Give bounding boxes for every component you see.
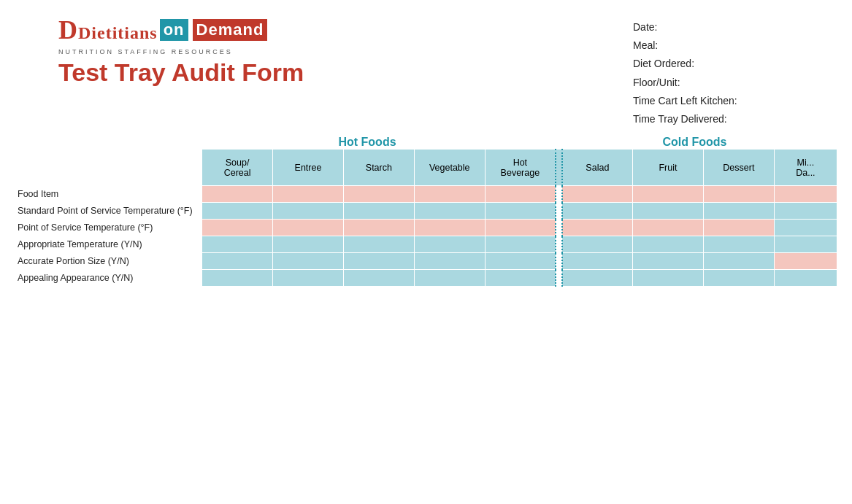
table-row: Appropriate Temperature (Y/N) [15, 236, 837, 253]
cell-fruit-appearance[interactable] [633, 270, 704, 287]
cell-soup-appearance[interactable] [202, 270, 273, 287]
floor-field: Floor/Unit: [633, 74, 837, 92]
logo: DDietitians on Demand [58, 15, 269, 45]
cell-entree-portion[interactable] [273, 253, 344, 270]
cell-hotbev-food[interactable] [485, 186, 556, 203]
header-entree: Entree [273, 150, 344, 186]
cell-dessert-portion[interactable] [703, 253, 774, 270]
cell-fruit-postemp[interactable] [633, 220, 704, 236]
cell-veg-apptemp[interactable] [414, 236, 485, 253]
row-label-standard-temp: Standard Point of Service Temperature (°… [15, 203, 202, 220]
divider-food [556, 186, 562, 203]
table-row: Accurate Portion Size (Y/N) [15, 253, 837, 270]
header-fruit: Fruit [633, 150, 704, 186]
diet-field: Diet Ordered: [633, 55, 837, 73]
cell-fruit-food[interactable] [633, 186, 704, 203]
cell-soup-apptemp[interactable] [202, 236, 273, 253]
divider-appearance [556, 270, 562, 287]
cell-fruit-apptemp[interactable] [633, 236, 704, 253]
cell-veg-appearance[interactable] [414, 270, 485, 287]
divider-apptemp [556, 236, 562, 253]
cell-soup-stdtemp[interactable] [202, 203, 273, 220]
cell-starch-postemp[interactable] [343, 220, 414, 236]
divider-cell [556, 150, 562, 186]
cell-veg-postemp[interactable] [414, 220, 485, 236]
tray-field: Time Tray Delivered: [633, 110, 837, 128]
meal-field: Meal: [633, 36, 837, 55]
cell-hotbev-apptemp[interactable] [485, 236, 556, 253]
cell-starch-portion[interactable] [343, 253, 414, 270]
divider-postemp [556, 220, 562, 236]
cell-soup-postemp[interactable] [202, 220, 273, 236]
cell-hotbev-postemp[interactable] [485, 220, 556, 236]
cell-fruit-stdtemp[interactable] [633, 203, 704, 220]
cell-milk-appearance[interactable] [774, 270, 837, 287]
header-salad: Salad [562, 150, 633, 186]
cell-milk-stdtemp[interactable] [774, 203, 837, 220]
header-area: DDietitians on Demand NUTRITION STAFFING… [15, 15, 837, 128]
cell-dessert-stdtemp[interactable] [703, 203, 774, 220]
cell-dessert-postemp[interactable] [703, 220, 774, 236]
cell-starch-apptemp[interactable] [343, 236, 414, 253]
cell-starch-stdtemp[interactable] [343, 203, 414, 220]
divider-portion [556, 253, 562, 270]
audit-table: Soup/Cereal Entree Starch Vegetable HotB… [15, 149, 837, 287]
header-soup: Soup/Cereal [202, 150, 273, 186]
form-info: Date: Meal: Diet Ordered: Floor/Unit: Ti… [618, 15, 837, 128]
cell-soup-portion[interactable] [202, 253, 273, 270]
logo-title-area: DDietitians on Demand NUTRITION STAFFING… [15, 15, 618, 87]
header-milk-dairy: Mi...Da... [774, 150, 837, 186]
cell-entree-postemp[interactable] [273, 220, 344, 236]
cell-dessert-apptemp[interactable] [703, 236, 774, 253]
cell-milk-food[interactable] [774, 186, 837, 203]
cell-hotbev-stdtemp[interactable] [485, 203, 556, 220]
cell-entree-food[interactable] [273, 186, 344, 203]
cell-salad-portion[interactable] [562, 253, 633, 270]
cell-salad-appearance[interactable] [562, 270, 633, 287]
cell-veg-portion[interactable] [414, 253, 485, 270]
cell-soup-food[interactable] [202, 186, 273, 203]
cell-starch-appearance[interactable] [343, 270, 414, 287]
logo-dietitians: DDietitians [58, 15, 158, 45]
cell-starch-food[interactable] [343, 186, 414, 203]
cell-veg-stdtemp[interactable] [414, 203, 485, 220]
table-row: Point of Service Temperature (°F) [15, 220, 837, 236]
cell-milk-apptemp[interactable] [774, 236, 837, 253]
cell-hotbev-appearance[interactable] [485, 270, 556, 287]
cell-veg-food[interactable] [414, 186, 485, 203]
logo-on: on [160, 19, 188, 41]
cell-salad-apptemp[interactable] [562, 236, 633, 253]
hot-foods-label: Hot Foods [188, 136, 546, 149]
cell-fruit-portion[interactable] [633, 253, 704, 270]
form-title: Test Tray Audit Form [58, 58, 304, 87]
row-label-pos-temp: Point of Service Temperature (°F) [15, 220, 202, 236]
cell-milk-postemp[interactable] [774, 220, 837, 236]
cell-milk-portion[interactable] [774, 253, 837, 270]
cell-hotbev-portion[interactable] [485, 253, 556, 270]
header-vegetable: Vegetable [414, 150, 485, 186]
row-label-app-temp: Appropriate Temperature (Y/N) [15, 236, 202, 253]
cell-entree-appearance[interactable] [273, 270, 344, 287]
date-field: Date: [633, 18, 837, 36]
logo-subtitle: NUTRITION STAFFING RESOURCES [58, 48, 233, 55]
row-label-portion: Accurate Portion Size (Y/N) [15, 253, 202, 270]
cell-salad-stdtemp[interactable] [562, 203, 633, 220]
table-row: Food Item [15, 186, 837, 203]
cell-entree-apptemp[interactable] [273, 236, 344, 253]
header-hot-beverage: HotBeverage [485, 150, 556, 186]
table-row: Standard Point of Service Temperature (°… [15, 203, 837, 220]
row-label-food-item: Food Item [15, 186, 202, 203]
cell-salad-postemp[interactable] [562, 220, 633, 236]
header-dessert: Dessert [703, 150, 774, 186]
logo-demand: Demand [193, 19, 268, 41]
cell-dessert-food[interactable] [703, 186, 774, 203]
cell-entree-stdtemp[interactable] [273, 203, 344, 220]
header-row: Soup/Cereal Entree Starch Vegetable HotB… [15, 150, 837, 186]
table-section: Hot Foods Cold Foods Soup/ [15, 136, 837, 287]
cell-dessert-appearance[interactable] [703, 270, 774, 287]
row-label-appearance: Appealing Appearance (Y/N) [15, 270, 202, 287]
section-labels: Hot Foods Cold Foods [188, 136, 837, 149]
header-starch: Starch [343, 150, 414, 186]
table-row: Appealing Appearance (Y/N) [15, 270, 837, 287]
cell-salad-food[interactable] [562, 186, 633, 203]
